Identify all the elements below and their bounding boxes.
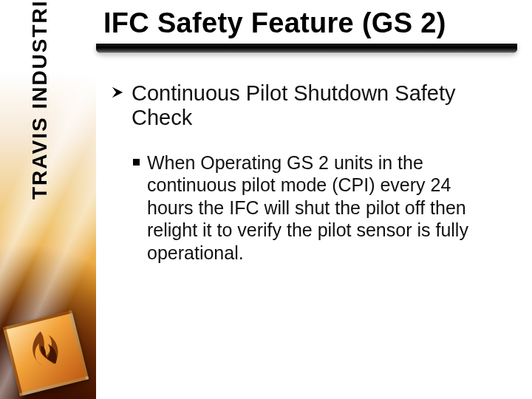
slide-title: IFC Safety Feature (GS 2) <box>103 7 517 39</box>
title-area: IFC Safety Feature (GS 2) <box>103 7 517 54</box>
bullet-main-text: Continuous Pilot Shutdown Safety Check <box>132 81 502 131</box>
side-graphic-band: TRAVIS INDUSTRIES <box>0 0 96 399</box>
square-bullet-icon <box>133 159 140 166</box>
title-underline <box>96 44 517 54</box>
bullet-sub-text: When Operating GS 2 units in the continu… <box>147 151 487 265</box>
flame-swirl-icon <box>12 319 80 387</box>
slide-body: Continuous Pilot Shutdown Safety Check W… <box>111 81 502 264</box>
bullet-row-sub: When Operating GS 2 units in the continu… <box>133 151 502 265</box>
triangle-bullet-icon <box>111 86 124 99</box>
brand-logo-tile <box>3 310 89 396</box>
slide: TRAVIS INDUSTRIES IFC Safety Feature (GS… <box>0 0 532 399</box>
brand-text: TRAVIS INDUSTRIES <box>28 0 52 200</box>
bullet-row-main: Continuous Pilot Shutdown Safety Check <box>111 81 502 131</box>
